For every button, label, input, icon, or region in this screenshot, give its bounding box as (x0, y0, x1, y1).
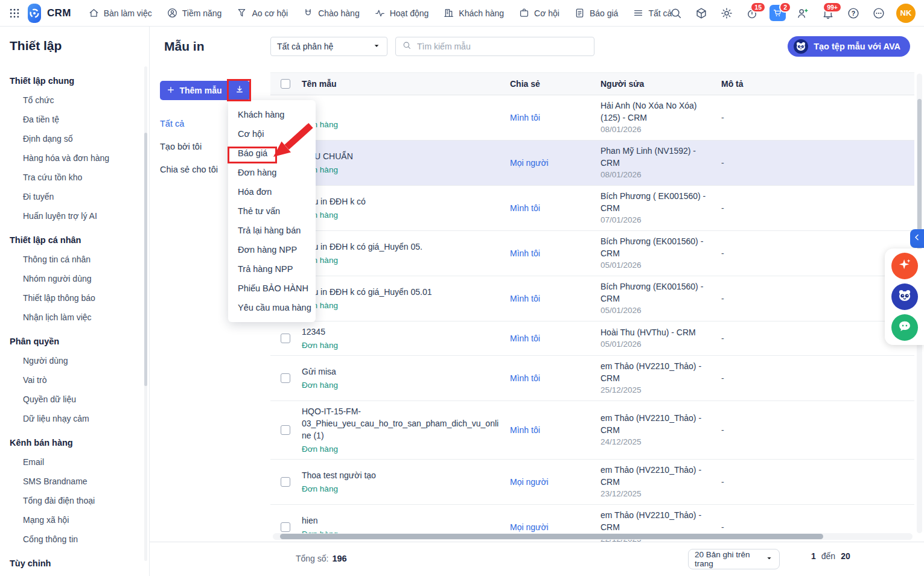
template-name[interactable]: hien (302, 514, 510, 527)
template-name[interactable]: Thoa test người tạo (302, 469, 510, 481)
chat-support-button[interactable] (891, 314, 918, 341)
topnav-item-5[interactable]: Khách hàng (436, 0, 511, 27)
more-button[interactable] (867, 2, 890, 25)
table-row[interactable]: Thoa test người tạoĐơn hàngMọi ngườiem T… (270, 460, 914, 505)
user-avatar[interactable]: NK (896, 4, 916, 23)
module-filter-select[interactable]: Tất cả phân hệ (270, 37, 387, 56)
row-checkbox[interactable] (281, 373, 290, 383)
bell-button[interactable]: 99+ (817, 2, 840, 25)
row-checkbox[interactable] (281, 334, 290, 343)
template-search[interactable] (395, 37, 594, 56)
topnav-item-3[interactable]: Chào hàng (295, 0, 367, 27)
page-size-select[interactable]: 20 Bản ghi trên trang (688, 549, 780, 569)
template-name[interactable]: Gửi misa (302, 366, 510, 378)
sidebar-item[interactable]: Tra cứu tồn kho (10, 168, 139, 187)
create-with-ava-button[interactable]: Tạo tệp mẫu với AVA (788, 36, 910, 57)
topnav-item-2[interactable]: Ao cơ hội (229, 0, 295, 27)
share-value[interactable]: Mình tôi (510, 203, 540, 213)
person-add-button[interactable] (791, 2, 814, 25)
row-checkbox[interactable] (281, 477, 290, 487)
share-value[interactable]: Mọi người (510, 477, 549, 487)
share-value[interactable]: Mình tôi (510, 334, 540, 343)
table-row[interactable]: 12345Đơn hàngMình tôiHoài Thu (HVThu) - … (270, 321, 914, 356)
menu-item[interactable]: Trả lại hàng bán (228, 221, 316, 240)
menu-item-highlighted[interactable]: Báo giá (228, 144, 316, 163)
table-row[interactable]: HQO-IT-15-FM-03_Phieu_yeu_cau_ho_tro_san… (270, 401, 914, 460)
menu-item[interactable]: Đơn hàng NPP (228, 240, 316, 259)
table-row[interactable]: hihiĐơn hàngMình tôiHải Anh (No Xóa No X… (270, 95, 914, 141)
topnav-item-7[interactable]: Báo giá (567, 0, 625, 27)
sidebar-item[interactable]: Người dùng (10, 351, 139, 370)
sidebar-item[interactable]: SMS Brandname (10, 472, 139, 491)
sidebar-item[interactable]: Thông tin cá nhân (10, 250, 139, 269)
sidebar-item[interactable]: Định dạng số (10, 129, 139, 148)
sidebar-item[interactable]: Dữ liệu nhạy cảm (10, 409, 139, 428)
template-name[interactable]: Mẫu in ĐĐH k có (302, 195, 510, 207)
template-name[interactable]: Mẫu in ĐĐH k có giá_Huyển 05.01 (302, 286, 510, 298)
sidebar-item[interactable]: Vai trò (10, 370, 139, 390)
menu-item[interactable]: Cơ hội (228, 124, 316, 144)
share-value[interactable]: Mình tôi (510, 294, 540, 303)
table-row[interactable]: Gửi misaĐơn hàngMình tôiem Thảo (HV2210_… (270, 356, 914, 401)
share-value[interactable]: Mình tôi (510, 248, 540, 258)
table-row[interactable]: Mẫu in ĐĐH k có giá_Huyển 05.Đơn hàngMìn… (270, 231, 914, 276)
sidebar-item[interactable]: Thiết lập thông báo (10, 288, 139, 308)
sidebar-scrollbar[interactable] (144, 66, 147, 561)
topnav-item-4[interactable]: Hoạt động (367, 0, 436, 27)
topnav-item-0[interactable]: Bàn làm việc (81, 0, 159, 27)
ai-sparkle-button[interactable] (891, 253, 918, 279)
gear-button[interactable] (715, 2, 738, 25)
table-row[interactable]: Mẫu in ĐĐH k cóĐơn hàngMình tôiBích Phươ… (270, 186, 914, 231)
topnav-item-1[interactable]: Tiềm năng (159, 0, 229, 27)
share-value[interactable]: Mình tôi (510, 425, 540, 435)
sidebar-item[interactable]: Tổ chức (10, 90, 139, 110)
sidebar-item[interactable]: Mạng xã hội (10, 510, 139, 530)
share-value[interactable]: Mình tôi (510, 113, 540, 122)
table-row[interactable]: MẪU CHUẨNĐơn hàngMọi ngườiPhan Mỹ Linh (… (270, 141, 914, 186)
sidebar-item[interactable]: Đa tiền tệ (10, 110, 139, 129)
sidebar-item[interactable]: Huấn luyện trợ lý AI (10, 206, 139, 226)
row-checkbox[interactable] (281, 425, 290, 435)
sidebar-item[interactable]: Nhóm người dùng (10, 269, 139, 288)
timer-button[interactable]: 15 (741, 2, 763, 25)
template-name[interactable]: hihi (302, 105, 510, 117)
menu-item[interactable]: Thẻ tư vấn (228, 201, 316, 221)
select-all-checkbox[interactable] (281, 79, 290, 89)
sidebar-item[interactable]: Đi tuyến (10, 187, 139, 206)
menu-item[interactable]: Khách hàng (228, 105, 316, 124)
template-name[interactable]: 12345 (302, 326, 510, 338)
ava-assistant-button[interactable] (891, 283, 918, 310)
share-value[interactable]: Mọi người (510, 522, 549, 532)
search-input[interactable] (416, 41, 588, 52)
sidebar-item[interactable]: Quyền dữ liệu (10, 390, 139, 409)
menu-item[interactable]: Phiếu BẢO HÀNH (228, 279, 316, 298)
download-button[interactable] (228, 81, 250, 100)
crm-logo-icon[interactable] (28, 4, 41, 23)
sidebar-item[interactable]: Hàng hóa và đơn hàng (10, 148, 139, 168)
row-checkbox[interactable] (281, 522, 290, 532)
menu-item[interactable]: Yêu cầu mua hàng (228, 298, 316, 317)
package-search-button[interactable] (690, 2, 713, 25)
topnav-item-6[interactable]: Cơ hội (511, 0, 567, 27)
add-template-split-button[interactable]: Thêm mẫu (160, 81, 250, 100)
table-row[interactable]: Mẫu in ĐĐH k có giá_Huyển 05.01Đơn hàngM… (270, 276, 914, 321)
menu-item[interactable]: Hóa đơn (228, 182, 316, 201)
template-name[interactable]: Mẫu in ĐĐH k có giá_Huyển 05. (302, 241, 510, 253)
sidebar-item[interactable]: Cổng thông tin (10, 530, 139, 549)
horizontal-scrollbar[interactable] (273, 533, 913, 540)
collapse-panel-tab[interactable] (910, 229, 924, 248)
share-value[interactable]: Mình tôi (510, 373, 540, 383)
menu-item[interactable]: Trả hàng NPP (228, 259, 316, 279)
sidebar-item[interactable]: Email (10, 452, 139, 472)
menu-item[interactable]: Đơn hàng (228, 163, 316, 182)
add-template-button[interactable]: Thêm mẫu (160, 81, 228, 100)
app-grid-icon[interactable] (8, 4, 21, 22)
share-value[interactable]: Mọi người (510, 158, 549, 168)
sidebar-item[interactable]: Tổng đài điện thoại (10, 491, 139, 510)
sidebar-item[interactable]: Nhận lịch làm việc (10, 308, 139, 327)
cart-button[interactable]: 2 (766, 2, 789, 25)
help-button[interactable]: ? (842, 2, 865, 25)
search-button[interactable] (664, 2, 687, 25)
template-name[interactable]: HQO-IT-15-FM-03_Phieu_yeu_cau_ho_tro_san… (302, 405, 510, 441)
template-name[interactable]: MẪU CHUẨN (302, 150, 510, 162)
